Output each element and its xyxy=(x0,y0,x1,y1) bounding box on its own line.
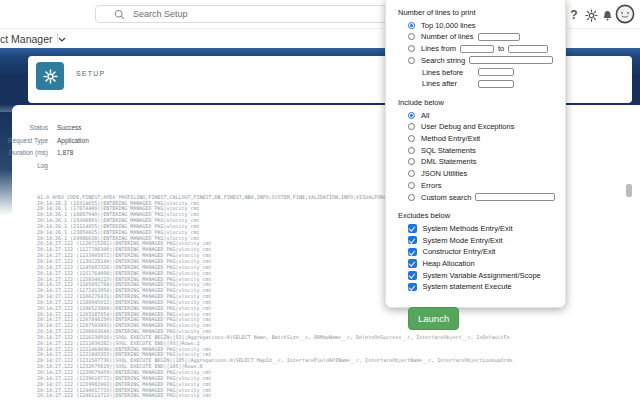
request-type-label: Request Type xyxy=(8,137,48,145)
include-option-errors[interactable]: Errors xyxy=(408,181,557,190)
radio-icon[interactable] xyxy=(408,182,415,189)
option-label: Custom search xyxy=(421,193,471,202)
lines-after-label: Lines after xyxy=(422,79,474,88)
radio-icon[interactable] xyxy=(408,147,415,154)
search-icon xyxy=(114,9,125,20)
checkbox-checked-icon[interactable] xyxy=(408,283,417,292)
lines-to-input[interactable] xyxy=(508,45,548,53)
option-lines-range[interactable]: Lines from to xyxy=(408,44,557,53)
status-label: Status xyxy=(8,124,48,132)
radio-icon[interactable] xyxy=(408,45,415,52)
lines-after-row: Lines after xyxy=(422,79,557,88)
radio-icon[interactable] xyxy=(408,135,415,142)
to-label: to xyxy=(498,44,504,53)
search-string-input[interactable] xyxy=(469,56,553,64)
option-label: Lines from xyxy=(421,44,456,53)
option-label: SQL Statements xyxy=(421,146,476,155)
include-option-all[interactable]: All xyxy=(408,111,557,120)
radio-icon[interactable] xyxy=(408,170,415,177)
log-row: Log xyxy=(8,162,208,170)
include-option-custom-search[interactable]: Custom search xyxy=(408,193,557,202)
include-option-json-utilities[interactable]: JSON Utilities xyxy=(408,169,557,178)
checkbox-checked-icon[interactable] xyxy=(408,259,417,268)
option-label: System statement Execute xyxy=(423,282,512,291)
chevron-down-icon xyxy=(58,37,66,42)
log-label: Log xyxy=(8,162,48,170)
option-label: System Mode Entry/Exit xyxy=(423,236,503,245)
lines-before-label: Lines before xyxy=(422,68,474,77)
exclude-heap-allocation[interactable]: Heap Allocation xyxy=(408,259,557,268)
radio-icon[interactable] xyxy=(408,22,415,29)
request-type-row: Request Type Application xyxy=(8,137,208,145)
option-label: Errors xyxy=(421,181,441,190)
exclude-system-variable[interactable]: System Variable Assignment/Scope xyxy=(408,271,557,280)
include-section-title: Include below xyxy=(398,98,557,107)
setup-gear-icon[interactable] xyxy=(583,7,599,23)
log-options-popup: Number of lines to print Top 10,000 line… xyxy=(385,0,566,308)
option-number-of-lines[interactable]: Number of lines xyxy=(408,33,557,42)
exclude-constructor[interactable]: Constructor Entry/Exit xyxy=(408,248,557,257)
setup-search-box[interactable]: Search Setup xyxy=(95,5,387,23)
duration-row: Duration (ms) 1,878 xyxy=(8,149,208,157)
radio-icon[interactable] xyxy=(408,33,415,40)
excludes-section-title: Excludes below xyxy=(398,211,557,220)
option-label: System Methods Entry/Exit xyxy=(423,224,513,233)
radio-icon[interactable] xyxy=(408,57,415,64)
radio-icon[interactable] xyxy=(408,112,415,119)
option-label: JSON Utilities xyxy=(421,169,467,178)
lines-before-input[interactable] xyxy=(478,68,514,76)
include-option-user-debug[interactable]: User Debug and Exceptions xyxy=(408,123,557,132)
lines-before-row: Lines before xyxy=(422,68,557,77)
tab-label: ct Manager xyxy=(0,33,53,45)
notifications-bell-icon[interactable] xyxy=(599,7,615,23)
user-avatar[interactable] xyxy=(615,4,635,28)
radio-icon[interactable] xyxy=(408,123,415,130)
option-label: Search string xyxy=(421,56,465,65)
option-label: Top 10,000 lines xyxy=(421,21,476,30)
include-option-method-entry-exit[interactable]: Method Entry/Exit xyxy=(408,134,557,143)
log-detail-fields: Status Success Request Type Application … xyxy=(8,124,208,174)
radio-icon[interactable] xyxy=(408,158,415,165)
option-label: DML Statements xyxy=(421,157,477,166)
search-placeholder: Search Setup xyxy=(133,9,188,19)
log-scrollbar-thumb[interactable] xyxy=(626,184,632,197)
option-top-lines[interactable]: Top 10,000 lines xyxy=(408,21,557,30)
option-label: Method Entry/Exit xyxy=(421,134,480,143)
duration-label: Duration (ms) xyxy=(8,149,48,157)
page-title: SETUP xyxy=(76,70,105,77)
exclude-system-methods[interactable]: System Methods Entry/Exit xyxy=(408,224,557,233)
radio-icon[interactable] xyxy=(408,194,415,201)
checkbox-checked-icon[interactable] xyxy=(408,236,417,245)
include-option-dml-statements[interactable]: DML Statements xyxy=(408,158,557,167)
custom-search-input[interactable] xyxy=(475,193,555,201)
checkbox-checked-icon[interactable] xyxy=(408,224,417,233)
option-label: Number of lines xyxy=(421,32,474,41)
option-label: User Debug and Exceptions xyxy=(421,122,514,131)
lines-from-input[interactable] xyxy=(460,45,494,53)
launch-button[interactable]: Launch xyxy=(408,307,459,330)
exclude-system-statement[interactable]: System statement Execute xyxy=(408,283,557,292)
checkbox-checked-icon[interactable] xyxy=(408,248,417,257)
help-icon[interactable]: ? xyxy=(566,7,582,23)
option-search-string[interactable]: Search string xyxy=(408,56,557,65)
lines-after-input[interactable] xyxy=(478,80,514,88)
status-value: Success xyxy=(57,124,82,132)
tab-object-manager[interactable]: ct Manager xyxy=(0,32,66,46)
number-of-lines-input[interactable] xyxy=(478,33,520,41)
option-label: Heap Allocation xyxy=(423,259,475,268)
setup-gear-tile-icon xyxy=(36,62,64,90)
lines-section-title: Number of lines to print xyxy=(398,8,557,17)
exclude-system-mode[interactable]: System Mode Entry/Exit xyxy=(408,236,557,245)
status-row: Status Success xyxy=(8,124,208,132)
checkbox-checked-icon[interactable] xyxy=(408,271,417,280)
option-label: System Variable Assignment/Scope xyxy=(423,271,541,280)
duration-value: 1,878 xyxy=(57,149,73,157)
option-label: Constructor Entry/Exit xyxy=(423,247,496,256)
include-option-sql-statements[interactable]: SQL Statements xyxy=(408,146,557,155)
option-label: All xyxy=(421,111,429,120)
tab-divider xyxy=(57,33,58,44)
request-type-value: Application xyxy=(57,137,89,145)
